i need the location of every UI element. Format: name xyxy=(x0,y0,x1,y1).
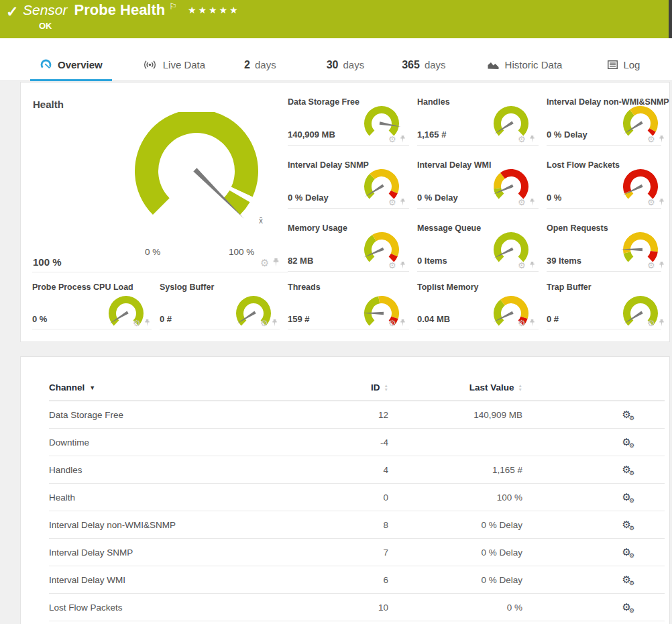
channel-name[interactable]: Interval Delay non-WMI&SNMP xyxy=(49,511,311,539)
channel-row[interactable]: Handles 4 1,165 # ⚙⚙ xyxy=(49,456,665,484)
gauge-settings-gear-icon[interactable]: ⚙ xyxy=(388,135,396,144)
channel-last-value: 0 % Delay xyxy=(388,511,522,539)
column-header-channel[interactable]: Channel xyxy=(49,382,85,393)
tab-2-days[interactable]: 2 days xyxy=(235,49,286,81)
channel-settings-icon[interactable]: ⚙⚙ xyxy=(622,519,636,531)
channel-row[interactable]: Downtime -4 ⚙⚙ xyxy=(49,429,665,456)
gauge-pin-icon[interactable] xyxy=(529,199,535,206)
channel-settings-icon[interactable]: ⚙⚙ xyxy=(622,491,636,503)
channel-name[interactable]: Downtime xyxy=(49,429,311,456)
channel-last-value xyxy=(388,429,522,456)
last-value-sort-icon[interactable]: ▲▼ xyxy=(518,384,522,393)
gauge-settings-gear-icon[interactable]: ⚙ xyxy=(647,319,655,327)
gauge-value: 82 MB xyxy=(288,256,313,266)
channel-row[interactable]: Interval Delay SNMP 7 0 % Delay ⚙⚙ xyxy=(49,539,665,566)
channel-name[interactable]: Lost Flow Packets xyxy=(49,594,311,621)
channel-name[interactable]: Handles xyxy=(49,456,311,484)
gauge-pin-icon[interactable] xyxy=(659,262,665,269)
channel-name[interactable]: Interval Delay WMI xyxy=(49,566,311,594)
tab-365-days[interactable]: 365 days xyxy=(392,49,455,81)
gauge-pin-icon[interactable] xyxy=(272,319,278,327)
channel-filter-caret-icon[interactable]: ▼ xyxy=(89,384,95,391)
gauge-pin-icon[interactable] xyxy=(659,199,665,206)
channel-name[interactable]: Data Storage Free xyxy=(49,401,311,429)
gauge-block: Probe Process CPU Load 0 % ⚙ xyxy=(32,272,152,329)
channel-settings-icon[interactable]: ⚙⚙ xyxy=(622,409,636,421)
channel-name[interactable]: Health xyxy=(49,484,311,511)
health-pin-icon[interactable] xyxy=(272,258,280,267)
gauge-settings-gear-icon[interactable]: ⚙ xyxy=(647,261,655,270)
channel-settings-icon[interactable]: ⚙⚙ xyxy=(622,546,636,558)
channel-settings-icon[interactable]: ⚙⚙ xyxy=(622,436,636,448)
gauge-block: Data Storage Free 140,909 MB ⚙ xyxy=(288,83,409,146)
channel-row[interactable]: Health 0 100 % ⚙⚙ xyxy=(49,484,665,511)
tab-overview[interactable]: Overview xyxy=(30,49,112,81)
gauge-settings-gear-icon[interactable]: ⚙ xyxy=(518,198,526,207)
gauge-title: Interval Delay SNMP xyxy=(288,160,369,170)
channel-id: 6 xyxy=(311,566,388,594)
gauge-settings-gear-icon[interactable]: ⚙ xyxy=(647,198,655,207)
gauge-block: Handles 1,165 # ⚙ xyxy=(417,83,539,146)
gauge-pin-icon[interactable] xyxy=(529,136,535,143)
gauge-value: 0 % Delay xyxy=(288,193,329,203)
gauge-pin-icon[interactable] xyxy=(400,319,406,327)
tab-log[interactable]: Log xyxy=(598,49,649,81)
gauge-value: 0 # xyxy=(160,314,172,324)
gauge-block: Message Queue 0 Items ⚙ xyxy=(417,209,539,272)
average-marker: x̄ xyxy=(259,216,263,225)
channel-row[interactable]: Interval Delay non-WMI&SNMP 8 0 % Delay … xyxy=(49,511,665,539)
gauge-pin-icon[interactable] xyxy=(400,262,406,269)
channel-name[interactable]: Interval Delay SNMP xyxy=(49,539,311,566)
channel-settings-icon[interactable]: ⚙⚙ xyxy=(622,601,636,613)
gauge-block: Open Requests 39 Items ⚙ xyxy=(547,209,661,272)
gauge-value: 0.04 MB xyxy=(417,314,450,324)
gauge-pin-icon[interactable] xyxy=(659,319,665,327)
gauge-settings-gear-icon[interactable]: ⚙ xyxy=(518,319,526,327)
column-header-id[interactable]: ID xyxy=(371,382,380,393)
tab-2-days-number: 2 xyxy=(244,59,250,71)
channel-row[interactable]: Interval Delay WMI 6 0 % Delay ⚙⚙ xyxy=(49,566,665,594)
channel-last-value: 0 % Delay xyxy=(388,566,522,594)
gauge-settings-gear-icon[interactable]: ⚙ xyxy=(518,261,526,270)
tab-historic-data[interactable]: Historic Data xyxy=(478,49,572,81)
id-sort-icon[interactable]: ▲▼ xyxy=(384,384,388,393)
flag-icon[interactable]: ⚐ xyxy=(169,1,177,11)
gauge-title: Syslog Buffer xyxy=(160,282,214,292)
tab-30-days[interactable]: 30 days xyxy=(317,49,374,81)
gauge-title: Handles xyxy=(417,97,450,107)
gauge-pin-icon[interactable] xyxy=(529,319,535,327)
gauge-pin-icon[interactable] xyxy=(144,319,150,327)
gauge-settings-gear-icon[interactable]: ⚙ xyxy=(260,319,268,327)
gauge-settings-gear-icon[interactable]: ⚙ xyxy=(388,198,396,207)
channel-last-value: 140,909 MB xyxy=(388,401,522,429)
priority-stars[interactable]: ★★★★★ xyxy=(188,5,240,15)
gauge-block: Interval Delay SNMP 0 % Delay ⚙ xyxy=(288,146,409,209)
gauge-pin-icon[interactable] xyxy=(529,262,535,269)
gauge-pin-icon[interactable] xyxy=(659,136,665,143)
health-settings-gear-icon[interactable]: ⚙ xyxy=(260,258,269,268)
channel-last-value: 100 % xyxy=(388,484,522,511)
gauge-settings-gear-icon[interactable]: ⚙ xyxy=(133,319,141,327)
gauge-title: Data Storage Free xyxy=(288,97,359,107)
gauge-value: 0 % Delay xyxy=(547,129,587,140)
gauge-block: Lost Flow Packets 0 % ⚙ xyxy=(547,146,661,209)
channel-row[interactable]: Lost Flow Packets 10 0 % ⚙⚙ xyxy=(49,594,665,621)
gauge-pin-icon[interactable] xyxy=(400,136,406,143)
gauge-block: Interval Delay non-WMI&SNMP 0 % Delay ⚙ xyxy=(547,83,661,146)
column-header-last-value[interactable]: Last Value xyxy=(469,382,514,393)
tab-live-data[interactable]: Live Data xyxy=(133,49,215,81)
tab-historic-data-label: Historic Data xyxy=(505,59,563,70)
gauge-settings-gear-icon[interactable]: ⚙ xyxy=(388,319,396,327)
health-gauge-chart xyxy=(127,112,266,240)
gauge-settings-gear-icon[interactable]: ⚙ xyxy=(518,135,526,144)
gauge-pin-icon[interactable] xyxy=(400,199,406,206)
channel-settings-icon[interactable]: ⚙⚙ xyxy=(622,464,636,476)
gauge-settings-gear-icon[interactable]: ⚙ xyxy=(647,135,655,144)
gauge-settings-gear-icon[interactable]: ⚙ xyxy=(388,261,396,270)
gauge-block: Interval Delay WMI 0 % Delay ⚙ xyxy=(417,146,539,209)
channel-row[interactable]: Data Storage Free 12 140,909 MB ⚙⚙ xyxy=(49,401,665,429)
channel-settings-icon[interactable]: ⚙⚙ xyxy=(622,574,636,586)
channel-id: 8 xyxy=(311,511,388,539)
channel-last-value: 0 % Delay xyxy=(388,539,522,566)
gauge-title: Toplist Memory xyxy=(417,282,478,292)
